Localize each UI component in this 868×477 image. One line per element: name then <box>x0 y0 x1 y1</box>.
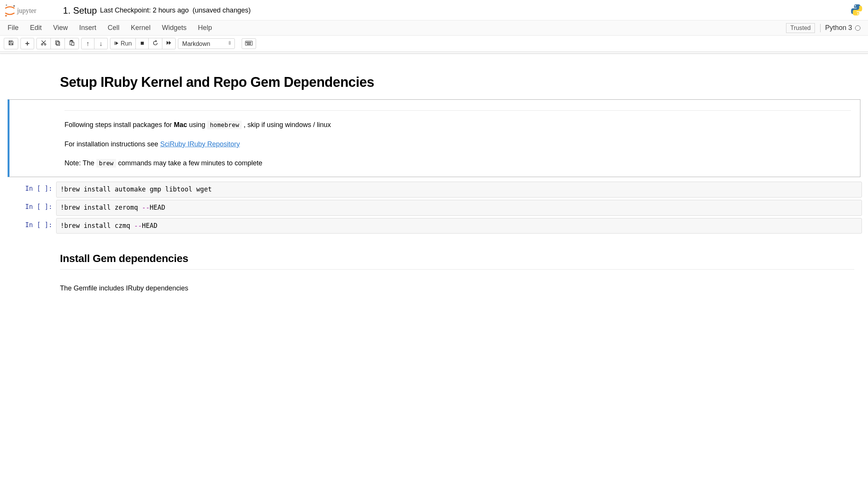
scissors-icon <box>41 40 47 47</box>
svg-marker-16 <box>116 42 118 45</box>
plus-icon: + <box>25 39 30 48</box>
text: using <box>187 121 207 129</box>
input-prompt: In [ ]: <box>3 182 56 198</box>
fast-forward-icon <box>166 40 171 47</box>
svg-point-1 <box>13 5 15 6</box>
checkpoint-label: Last Checkpoint: 2 hours ago <box>100 6 189 14</box>
paste-icon <box>69 40 75 47</box>
horizontal-rule <box>64 110 851 111</box>
svg-rect-26 <box>247 44 251 44</box>
python-logo-icon <box>850 3 863 18</box>
code-input[interactable]: !brew install czmq --HEAD <box>56 218 862 234</box>
code-cell[interactable]: In [ ]: !brew install czmq --HEAD <box>3 218 862 234</box>
markdown-cell-selected[interactable]: Following steps install packages for Mac… <box>8 99 860 177</box>
move-down-button[interactable]: ↓ <box>94 38 107 49</box>
menu-cell[interactable]: Cell <box>108 24 120 32</box>
kernel-idle-indicator-icon <box>855 25 860 31</box>
markdown-cell[interactable]: Install Gem dependencies The Gemfile inc… <box>3 236 865 304</box>
code-input[interactable]: !brew install zeromq --HEAD <box>56 200 862 216</box>
restart-run-all-button[interactable] <box>162 38 175 49</box>
svg-rect-23 <box>248 42 249 42</box>
svg-point-2 <box>5 15 7 16</box>
code-text: !brew install automake gmp libtool wget <box>60 185 212 193</box>
text: Following steps install packages for <box>64 121 174 129</box>
svg-marker-18 <box>167 41 169 45</box>
text: Note: The <box>64 159 96 167</box>
save-button[interactable] <box>4 38 18 49</box>
sciruby-link[interactable]: SciRuby IRuby Repository <box>160 140 240 148</box>
svg-rect-11 <box>57 42 60 45</box>
stop-button[interactable] <box>136 38 149 49</box>
menu-insert[interactable]: Insert <box>79 24 96 32</box>
svg-rect-25 <box>251 42 251 42</box>
svg-point-5 <box>857 13 859 14</box>
svg-marker-19 <box>169 41 171 45</box>
svg-text:jupyter: jupyter <box>17 6 36 14</box>
cell-type-select[interactable]: Markdown <box>178 38 235 49</box>
text: commands may take a few minutes to compl… <box>116 159 262 167</box>
insert-cell-button[interactable]: + <box>21 38 34 49</box>
keyboard-icon <box>245 41 253 47</box>
svg-rect-10 <box>56 41 59 44</box>
svg-rect-14 <box>72 42 74 46</box>
menu-widgets[interactable]: Widgets <box>162 24 187 32</box>
svg-point-9 <box>44 44 46 45</box>
svg-rect-7 <box>10 43 13 45</box>
horizontal-rule <box>60 269 854 270</box>
svg-point-4 <box>855 5 856 6</box>
restart-button[interactable] <box>149 38 162 49</box>
arrow-up-icon: ↑ <box>86 40 90 48</box>
menu-view[interactable]: View <box>53 24 68 32</box>
bold-text: Mac <box>174 121 187 129</box>
code-text: !brew install czmq --HEAD <box>60 222 157 229</box>
unsaved-label: (unsaved changes) <box>193 6 251 14</box>
menu-edit[interactable]: Edit <box>30 24 42 32</box>
separator <box>820 24 821 32</box>
save-icon <box>8 40 14 47</box>
svg-rect-17 <box>141 42 144 45</box>
command-palette-button[interactable] <box>242 38 256 49</box>
cut-button[interactable] <box>37 38 51 49</box>
code-text: !brew install zeromq --HEAD <box>60 204 165 211</box>
notebook-name[interactable]: 1. Setup <box>63 5 97 16</box>
heading-2: Install Gem dependencies <box>60 253 854 265</box>
jupyter-logo[interactable]: jupyter <box>3 4 56 17</box>
kernel-name[interactable]: Python 3 <box>825 24 852 32</box>
input-prompt: In [ ]: <box>3 218 56 234</box>
svg-rect-15 <box>115 42 115 45</box>
heading-1: Setup IRuby Kernel and Repo Gem Dependen… <box>60 74 854 90</box>
notebook-container[interactable]: Setup IRuby Kernel and Repo Gem Dependen… <box>0 53 868 313</box>
run-label: Run <box>121 40 132 47</box>
menu-bar: File Edit View Insert Cell Kernel Widget… <box>0 20 868 36</box>
paragraph: For installation instructions see SciRub… <box>64 138 851 150</box>
code-cell[interactable]: In [ ]: !brew install zeromq --HEAD <box>3 200 862 216</box>
paragraph: The Gemfile includes IRuby dependencies <box>60 282 854 294</box>
inline-code: homebrew <box>207 121 242 129</box>
move-up-button[interactable]: ↑ <box>82 38 94 49</box>
svg-rect-21 <box>246 42 247 42</box>
paste-button[interactable] <box>65 38 79 49</box>
text: For installation instructions see <box>64 140 160 148</box>
paragraph: Note: The brew commands may take a few m… <box>64 157 851 169</box>
svg-rect-6 <box>10 41 12 42</box>
copy-icon <box>55 40 61 47</box>
svg-rect-24 <box>250 42 250 42</box>
code-cell[interactable]: In [ ]: !brew install automake gmp libto… <box>3 182 862 198</box>
markdown-cell[interactable]: Setup IRuby Kernel and Repo Gem Dependen… <box>3 63 865 99</box>
arrow-down-icon: ↓ <box>99 40 103 48</box>
menu-kernel[interactable]: Kernel <box>131 24 151 32</box>
run-icon <box>114 40 119 47</box>
inline-code: brew <box>96 159 116 168</box>
run-button[interactable]: Run <box>110 38 136 49</box>
input-prompt: In [ ]: <box>3 200 56 216</box>
svg-point-8 <box>41 44 43 45</box>
notebook-header: jupyter 1. Setup Last Checkpoint: 2 hour… <box>0 0 868 20</box>
paragraph: Following steps install packages for Mac… <box>64 119 851 131</box>
svg-rect-22 <box>247 42 248 42</box>
menu-help[interactable]: Help <box>198 24 212 32</box>
copy-button[interactable] <box>51 38 65 49</box>
trusted-button[interactable]: Trusted <box>786 23 815 33</box>
menu-file[interactable]: File <box>8 24 19 32</box>
stop-icon <box>140 40 145 47</box>
code-input[interactable]: !brew install automake gmp libtool wget <box>56 182 862 198</box>
